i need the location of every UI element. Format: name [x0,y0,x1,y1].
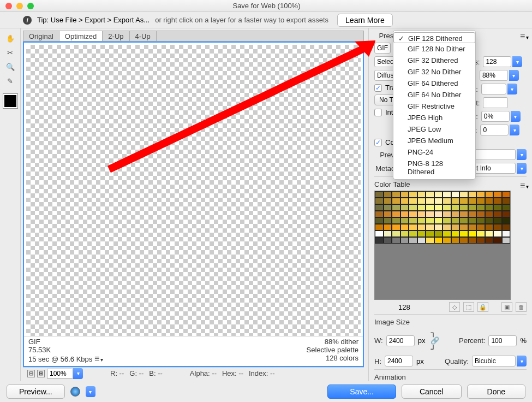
ct-cube-icon[interactable]: ⬚ [463,302,474,312]
color-swatch[interactable] [443,230,451,237]
color-swatch[interactable] [493,211,502,217]
zoom-dropdown[interactable]: ▾ [73,368,83,379]
color-swatch[interactable] [459,237,468,244]
color-swatch[interactable] [459,224,468,230]
dither-pct-field[interactable] [480,70,508,81]
color-swatch[interactable] [459,217,468,224]
slice-select-tool[interactable]: ✂ [2,46,19,59]
color-swatch[interactable] [384,204,392,211]
interlaced-checkbox[interactable] [374,109,382,116]
color-swatch[interactable] [468,191,477,198]
color-swatch[interactable] [502,217,511,224]
color-swatch[interactable] [443,211,451,217]
preset-option[interactable]: GIF Restrictive [393,100,475,112]
color-swatch[interactable] [384,230,392,237]
color-swatch[interactable] [493,230,502,237]
color-swatch[interactable] [417,204,426,211]
color-swatch[interactable] [493,198,502,204]
transparency-checkbox[interactable] [374,84,382,92]
color-swatch[interactable] [434,198,443,204]
color-table-menu-icon[interactable] [520,181,528,191]
preview-dropdown[interactable]: ▾ [517,149,527,160]
color-swatch[interactable] [384,217,392,224]
window-close-button[interactable] [5,3,12,9]
color-swatch[interactable] [459,191,468,198]
preset-option[interactable]: GIF 32 No Dither [393,66,475,78]
color-swatch[interactable] [434,204,443,211]
color-swatch[interactable] [409,224,417,230]
color-swatch[interactable] [417,211,426,217]
height-field[interactable] [385,356,413,366]
color-swatch[interactable] [426,198,434,204]
color-swatch[interactable] [409,204,417,211]
color-swatch[interactable] [409,191,417,198]
preset-option[interactable]: GIF 32 Dithered [393,55,475,66]
palette-select[interactable]: Selec [374,56,395,67]
color-swatch[interactable] [417,198,426,204]
color-table[interactable] [374,191,511,300]
zoom-in-button[interactable]: ⊞ [37,370,45,377]
color-swatch[interactable] [392,237,401,244]
preset-option[interactable]: JPEG Low [393,123,475,135]
colors-stepper[interactable]: ▾ [512,56,522,67]
color-swatch[interactable] [375,204,384,211]
color-swatch[interactable] [502,211,511,217]
lossy-stepper[interactable]: ▾ [510,125,519,135]
timing-menu-icon[interactable] [94,354,102,364]
color-swatch[interactable] [476,191,485,198]
tab-original[interactable]: Original [23,31,59,41]
ct-new-icon[interactable]: ▣ [501,302,512,312]
color-swatch[interactable] [392,191,401,198]
color-swatch[interactable] [392,204,401,211]
color-swatch[interactable] [468,204,477,211]
color-swatch[interactable] [409,230,417,237]
color-swatch[interactable] [409,237,417,244]
color-swatch[interactable] [459,211,468,217]
color-swatch[interactable] [451,211,460,217]
websnap-stepper[interactable]: ▾ [511,111,521,122]
color-swatch[interactable] [468,211,477,217]
color-swatch[interactable] [485,224,494,230]
link-icon[interactable]: ┐🔗┘ [431,328,439,353]
color-swatch[interactable] [392,230,401,237]
panel-menu-icon[interactable] [520,32,528,42]
color-swatch[interactable] [485,191,494,198]
preset-option[interactable]: JPEG High [393,112,475,123]
color-swatch[interactable] [502,191,511,198]
color-swatch[interactable] [426,217,434,224]
tab-optimized[interactable]: Optimized [59,31,103,41]
color-swatch[interactable] [434,237,443,244]
color-swatch[interactable] [417,224,426,230]
color-swatch[interactable] [375,237,384,244]
color-swatch[interactable] [485,204,494,211]
zoom-field[interactable]: 100% [47,369,73,379]
color-swatch[interactable] [392,217,401,224]
quality-dropdown[interactable]: ▾ [517,356,527,366]
window-minimize-button[interactable] [16,3,23,9]
color-swatch[interactable] [476,211,485,217]
preview-button[interactable]: Preview... [7,385,65,399]
color-swatch[interactable] [451,237,460,244]
tab-4-up[interactable]: 4-Up [130,31,157,41]
eyedropper-tool[interactable]: ✎ [2,74,19,87]
color-swatch[interactable] [443,204,451,211]
tab-2-up[interactable]: 2-Up [103,31,129,41]
color-swatch[interactable] [426,230,434,237]
color-swatch[interactable] [493,204,502,211]
color-swatch[interactable] [434,217,443,224]
color-swatch[interactable] [451,204,460,211]
color-swatch[interactable] [375,217,384,224]
color-swatch[interactable] [401,198,409,204]
color-swatch[interactable] [426,204,434,211]
preset-option[interactable]: PNG-24 [393,146,475,158]
color-swatch[interactable] [417,191,426,198]
color-swatch[interactable] [451,224,460,230]
color-swatch[interactable] [476,224,485,230]
color-swatch[interactable] [384,191,392,198]
color-swatch[interactable] [392,198,401,204]
color-swatch[interactable] [434,211,443,217]
convert-srgb-checkbox[interactable] [374,139,382,146]
color-swatch[interactable] [384,237,392,244]
color-swatch[interactable] [451,217,460,224]
color-swatch[interactable] [417,237,426,244]
